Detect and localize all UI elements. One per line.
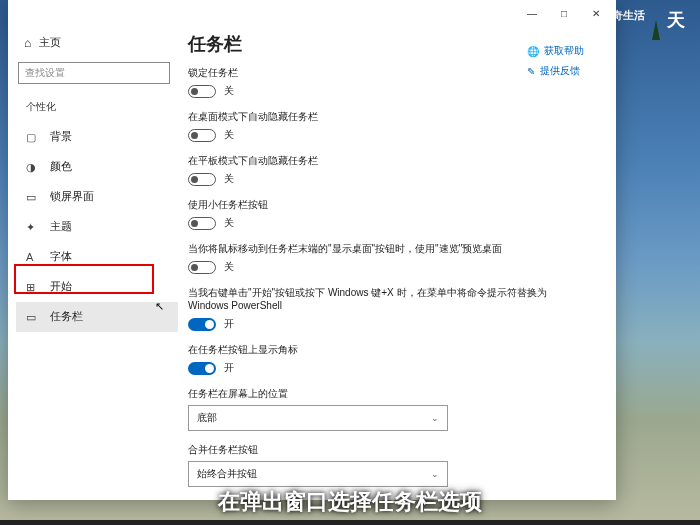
sidebar-item-fonts[interactable]: A 字体: [16, 242, 178, 272]
setting-label: 使用小任务栏按钮: [188, 198, 588, 211]
chevron-down-icon: ⌄: [431, 469, 439, 479]
sidebar-item-taskbar[interactable]: ▭ 任务栏: [16, 302, 178, 332]
setting-autohide-tablet: 在平板模式下自动隐藏任务栏 关: [188, 154, 588, 186]
sidebar-item-label: 开始: [50, 280, 72, 294]
setting-badges: 在任务栏按钮上显示角标 开: [188, 343, 588, 375]
toggle-autohide-tablet[interactable]: [188, 173, 216, 186]
toggle-state: 关: [224, 216, 234, 230]
colors-icon: ◑: [26, 161, 40, 174]
setting-small-buttons: 使用小任务栏按钮 关: [188, 198, 588, 230]
fonts-icon: A: [26, 251, 40, 263]
setting-label: 当你将鼠标移动到任务栏末端的"显示桌面"按钮时，使用"速览"预览桌面: [188, 242, 588, 255]
setting-autohide-desktop: 在桌面模式下自动隐藏任务栏 关: [188, 110, 588, 142]
chevron-down-icon: ⌄: [431, 413, 439, 423]
dropdown-value: 始终合并按钮: [197, 467, 257, 481]
right-links: 🌐获取帮助 ✎提供反馈: [527, 44, 584, 84]
toggle-state: 开: [224, 361, 234, 375]
setting-position: 任务栏在屏幕上的位置 底部 ⌄: [188, 387, 588, 431]
close-button[interactable]: ✕: [580, 2, 612, 24]
start-icon: ⊞: [26, 281, 40, 294]
sidebar-item-start[interactable]: ⊞ 开始: [16, 272, 178, 302]
dropdown-position[interactable]: 底部 ⌄: [188, 405, 448, 431]
taskbar[interactable]: [0, 520, 700, 525]
toggle-state: 关: [224, 84, 234, 98]
brand-text: 奇生活: [612, 8, 645, 23]
setting-combine: 合并任务栏按钮 始终合并按钮 ⌄: [188, 443, 588, 487]
toggle-state: 关: [224, 128, 234, 142]
themes-icon: ✦: [26, 221, 40, 234]
maximize-button[interactable]: □: [548, 2, 580, 24]
help-link[interactable]: 🌐获取帮助: [527, 44, 584, 58]
sidebar-item-colors[interactable]: ◑ 颜色: [16, 152, 178, 182]
dropdown-value: 底部: [197, 411, 217, 425]
settings-window: — □ ✕ ⌂ 主页 查找设置 个性化 ▢ 背景 ◑ 颜色 ▭ 锁屏界面: [8, 0, 616, 500]
setting-peek: 当你将鼠标移动到任务栏末端的"显示桌面"按钮时，使用"速览"预览桌面 关: [188, 242, 588, 274]
desktop-text: 天: [667, 8, 685, 32]
toggle-powershell[interactable]: [188, 318, 216, 331]
sidebar-item-label: 主题: [50, 220, 72, 234]
setting-label: 在任务栏按钮上显示角标: [188, 343, 588, 356]
setting-label: 合并任务栏按钮: [188, 443, 588, 456]
toggle-badges[interactable]: [188, 362, 216, 375]
sidebar-item-lockscreen[interactable]: ▭ 锁屏界面: [16, 182, 178, 212]
sidebar-home[interactable]: ⌂ 主页: [16, 30, 178, 56]
sidebar-item-label: 字体: [50, 250, 72, 264]
toggle-lock-taskbar[interactable]: [188, 85, 216, 98]
home-label: 主页: [39, 36, 61, 50]
subtitle-caption: 在弹出窗口选择任务栏选项: [218, 487, 482, 517]
titlebar: — □ ✕: [8, 0, 616, 26]
dropdown-combine[interactable]: 始终合并按钮 ⌄: [188, 461, 448, 487]
sidebar-item-label: 锁屏界面: [50, 190, 94, 204]
toggle-state: 关: [224, 260, 234, 274]
sidebar-item-themes[interactable]: ✦ 主题: [16, 212, 178, 242]
toggle-small-buttons[interactable]: [188, 217, 216, 230]
sidebar-item-label: 任务栏: [50, 310, 83, 324]
toggle-state: 开: [224, 317, 234, 331]
feedback-icon: ✎: [527, 66, 535, 77]
setting-powershell: 当我右键单击"开始"按钮或按下 Windows 键+X 时，在菜单中将命令提示符…: [188, 286, 588, 331]
setting-label: 在平板模式下自动隐藏任务栏: [188, 154, 588, 167]
search-input[interactable]: 查找设置: [18, 62, 170, 84]
feedback-link[interactable]: ✎提供反馈: [527, 64, 584, 78]
home-icon: ⌂: [24, 36, 31, 50]
setting-label: 在桌面模式下自动隐藏任务栏: [188, 110, 588, 123]
search-placeholder: 查找设置: [25, 66, 65, 80]
section-title: 个性化: [16, 94, 178, 122]
setting-label: 当我右键单击"开始"按钮或按下 Windows 键+X 时，在菜单中将命令提示符…: [188, 286, 588, 312]
help-icon: 🌐: [527, 46, 539, 57]
sidebar-item-background[interactable]: ▢ 背景: [16, 122, 178, 152]
toggle-state: 关: [224, 172, 234, 186]
minimize-button[interactable]: —: [516, 2, 548, 24]
sidebar-item-label: 背景: [50, 130, 72, 144]
toggle-peek[interactable]: [188, 261, 216, 274]
toggle-autohide-desktop[interactable]: [188, 129, 216, 142]
content-area: 任务栏 🌐获取帮助 ✎提供反馈 锁定任务栏 关 在桌面模式下自动隐藏任务栏 关 …: [178, 26, 616, 500]
taskbar-icon: ▭: [26, 311, 40, 324]
lockscreen-icon: ▭: [26, 191, 40, 204]
sidebar: ⌂ 主页 查找设置 个性化 ▢ 背景 ◑ 颜色 ▭ 锁屏界面 ✦ 主题: [8, 26, 178, 500]
background-icon: ▢: [26, 131, 40, 144]
sidebar-item-label: 颜色: [50, 160, 72, 174]
setting-label: 任务栏在屏幕上的位置: [188, 387, 588, 400]
